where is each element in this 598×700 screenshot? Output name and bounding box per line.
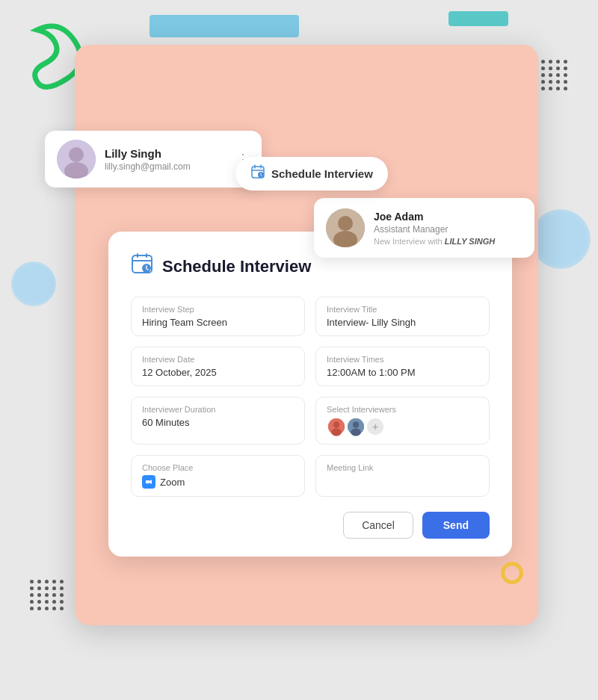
meeting-link-field[interactable]: Meeting Link	[315, 455, 490, 497]
send-button[interactable]: Send	[422, 512, 490, 539]
joe-name: Joe Adam	[374, 211, 495, 223]
svg-point-1	[69, 147, 84, 162]
svg-point-11	[333, 421, 339, 427]
interview-date-field[interactable]: Interview Date 12 October, 2025	[131, 347, 305, 386]
joe-subtitle: New Interview with LILLY SINGH	[374, 237, 495, 246]
candidate-email: lilly.singh@gmail.com	[105, 161, 227, 172]
schedule-interview-modal: Schedule Interview Interview Step Hiring…	[108, 232, 512, 557]
deco-yellow-ring	[501, 562, 523, 584]
candidate-avatar	[57, 140, 96, 179]
interview-times-field[interactable]: Interview Times 12:00AM to 1:00 PM	[315, 347, 490, 386]
schedule-interview-label: Schedule Interview	[271, 167, 373, 180]
choose-place-value: Zoom	[142, 475, 294, 489]
svg-point-12	[331, 429, 342, 436]
interviewer-avatar-1	[327, 417, 346, 436]
modal-calendar-icon	[131, 253, 153, 280]
joe-adam-card: Joe Adam Assistant Manager New Interview…	[314, 198, 534, 258]
deco-blue-blob-left	[11, 261, 56, 306]
interviewer-duration-label: Interviewer Duration	[142, 405, 294, 414]
deco-blue-bar	[150, 15, 299, 37]
interviewers-row: +	[327, 417, 478, 436]
interview-step-label: Interview Step	[142, 305, 294, 314]
modal-title: Schedule Interview	[162, 257, 311, 276]
schedule-interview-float-button[interactable]: Schedule Interview	[235, 157, 388, 191]
candidate-info: Lilly Singh lilly.singh@gmail.com	[105, 147, 227, 172]
svg-point-6	[338, 216, 353, 231]
interviewer-duration-value: 60 Minutes	[142, 417, 294, 428]
interview-date-value: 12 October, 2025	[142, 367, 294, 378]
select-interviewers-label: Select Interviewers	[327, 405, 478, 414]
joe-subtitle-name: LILLY SINGH	[445, 237, 495, 246]
modal-footer: Cancel Send	[131, 512, 490, 539]
interviewer-duration-field[interactable]: Interviewer Duration 60 Minutes	[131, 397, 305, 445]
select-interviewers-field[interactable]: Select Interviewers +	[315, 397, 490, 445]
form-grid: Interview Step Hiring Team Screen Interv…	[131, 297, 490, 497]
meeting-link-label: Meeting Link	[327, 463, 478, 472]
interviewer-avatar-2	[346, 417, 366, 436]
deco-teal-bar	[449, 11, 508, 26]
interview-date-label: Interview Date	[142, 355, 294, 364]
choose-place-field[interactable]: Choose Place Zoom	[131, 455, 305, 497]
interview-title-label: Interview Title	[327, 305, 478, 314]
interview-title-field[interactable]: Interview Title Interview- Lilly Singh	[315, 297, 490, 336]
candidate-card: Lilly Singh lilly.singh@gmail.com ⋮	[45, 131, 262, 188]
interview-title-value: Interview- Lilly Singh	[327, 317, 478, 328]
interview-times-label: Interview Times	[327, 355, 478, 364]
add-interviewer-button[interactable]: +	[366, 417, 385, 436]
deco-blue-blob-right	[531, 209, 591, 269]
choose-place-label: Choose Place	[142, 463, 294, 472]
cancel-button[interactable]: Cancel	[343, 512, 413, 539]
svg-point-14	[353, 421, 359, 427]
interview-step-field[interactable]: Interview Step Hiring Team Screen	[131, 297, 305, 336]
interview-step-value: Hiring Team Screen	[142, 317, 294, 328]
joe-avatar	[326, 208, 365, 247]
zoom-icon	[142, 475, 155, 489]
candidate-name: Lilly Singh	[105, 147, 227, 160]
deco-dots-bottom-left	[30, 580, 64, 610]
joe-title: Assistant Manager	[374, 224, 495, 235]
calendar-icon	[250, 164, 265, 183]
interview-times-value: 12:00AM to 1:00 PM	[327, 367, 478, 378]
deco-dots-top-right	[534, 60, 568, 90]
svg-point-15	[351, 429, 361, 436]
joe-info: Joe Adam Assistant Manager New Interview…	[374, 211, 495, 246]
